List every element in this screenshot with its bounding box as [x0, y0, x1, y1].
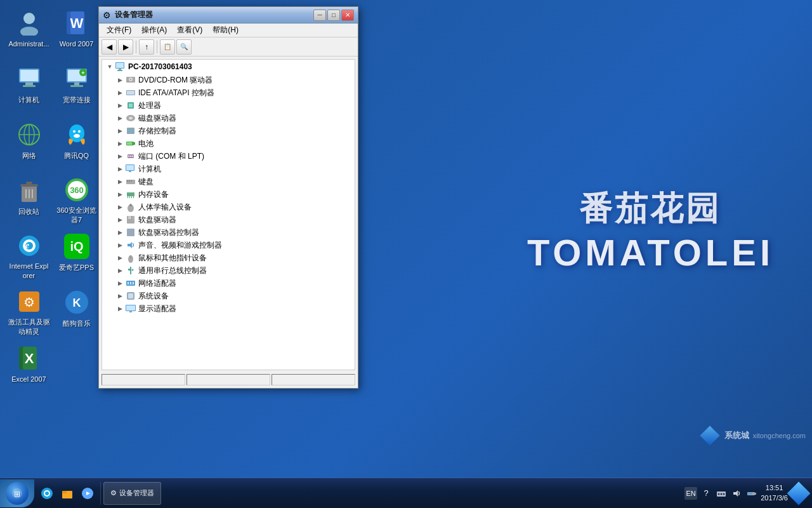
- disk-icon: [125, 112, 136, 124]
- toolbar-scan[interactable]: 🔍: [176, 39, 192, 55]
- broadband-label: 宽带连接: [63, 95, 91, 104]
- battery-expander[interactable]: ▶: [115, 137, 125, 150]
- tree-item-cpu[interactable]: ▶ 处理器: [102, 99, 355, 112]
- hid-expander[interactable]: ▶: [115, 201, 125, 213]
- desktop-icon-tools[interactable]: ⚙ 激活工具及驱动精灵: [5, 284, 53, 338]
- usb-expander[interactable]: ▶: [115, 264, 125, 277]
- toolbar-up[interactable]: ↑: [139, 39, 154, 55]
- tree-item-hid[interactable]: ▶ 人体学输入设备: [102, 201, 355, 213]
- tray-help[interactable]: ?: [700, 487, 712, 500]
- tree-item-disk[interactable]: ▶ 磁盘驱动器: [102, 112, 355, 124]
- taskbar-window-btn[interactable]: ⚙ 设备管理器: [103, 482, 161, 505]
- desktop-icon-excel[interactable]: X Excel 2007: [5, 340, 53, 394]
- svg-text:⊞: ⊞: [14, 490, 20, 498]
- desktop-icon-broadband[interactable]: + 宽带连接: [53, 61, 100, 115]
- memory-label: 内存设备: [138, 189, 169, 200]
- maximize-button[interactable]: □: [327, 10, 340, 21]
- desktop-icon-recycle[interactable]: 回收站: [5, 173, 53, 227]
- window-controls: ─ □ ✕: [313, 10, 354, 21]
- menu-view[interactable]: 查看(V): [172, 23, 207, 37]
- tree-item-usb[interactable]: ▶ 通用串行总线控制器: [102, 264, 355, 277]
- system-label: 系统设备: [138, 291, 169, 302]
- taskbar-clock[interactable]: 13:51 2017/3/6: [761, 483, 788, 503]
- tree-item-computer[interactable]: ▶ 计算机: [102, 163, 355, 175]
- storage-expander[interactable]: ▶: [115, 124, 125, 137]
- mouse-expander[interactable]: ▶: [115, 251, 125, 264]
- computer-expander[interactable]: ▶: [115, 163, 125, 175]
- disk-expander[interactable]: ▶: [115, 112, 125, 124]
- tree-item-mouse[interactable]: ▶ 鼠标和其他指针设备: [102, 251, 355, 264]
- tree-item-keyboard[interactable]: ▶ 键盘: [102, 175, 355, 188]
- tree-item-ide[interactable]: ▶ IDE ATA/ATAPI 控制器: [102, 86, 355, 99]
- tree-item-sound[interactable]: ▶ 声音、视频和游戏控制器: [102, 239, 355, 251]
- display-expander[interactable]: ▶: [115, 302, 125, 315]
- floppy-ctrl-icon: [125, 227, 136, 238]
- tray-network[interactable]: [715, 487, 728, 500]
- desktop-icon-computer[interactable]: 计算机: [5, 61, 53, 115]
- svg-rect-46: [116, 63, 124, 68]
- admin-label: Administrat...: [8, 39, 49, 48]
- start-button[interactable]: ⊞: [0, 479, 34, 507]
- desktop-icon-kugou[interactable]: K 酷狗音乐: [53, 284, 100, 338]
- desktop-icon-word[interactable]: W Word 2007: [53, 5, 100, 59]
- tree-item-display[interactable]: ▶ 显示适配器: [102, 302, 355, 315]
- nic-expander[interactable]: ▶: [115, 277, 125, 290]
- dvd-expander[interactable]: ▶: [115, 74, 125, 86]
- kugou-icon: K: [63, 288, 91, 316]
- tree-item-nic[interactable]: ▶ 网络适配器: [102, 277, 355, 290]
- port-expander[interactable]: ▶: [115, 150, 125, 163]
- tree-item-system[interactable]: ▶ 系统设备: [102, 290, 355, 302]
- svg-point-20: [73, 130, 75, 133]
- tree-item-storage[interactable]: ▶ 存储控制器: [102, 124, 355, 137]
- floppy-ctrl-expander[interactable]: ▶: [115, 226, 125, 239]
- toolbar-properties[interactable]: 📋: [160, 39, 175, 55]
- tree-item-floppy-ctrl[interactable]: ▶ 软盘驱动器控制器: [102, 226, 355, 239]
- iqiyi-icon: iQ: [63, 232, 91, 260]
- desktop-icon-ie[interactable]: e Internet Explorer: [5, 229, 53, 283]
- sound-expander[interactable]: ▶: [115, 239, 125, 251]
- svg-rect-92: [130, 282, 131, 284]
- ide-expander[interactable]: ▶: [115, 86, 125, 99]
- keyboard-label: 键盘: [138, 177, 154, 187]
- desktop-icon-admin[interactable]: Administrat...: [5, 5, 53, 59]
- menu-file[interactable]: 文件(F): [102, 23, 136, 37]
- toolbar-back[interactable]: ◀: [102, 39, 117, 55]
- keyboard-expander[interactable]: ▶: [115, 175, 125, 188]
- device-tree[interactable]: ▼ PC-201703061403 ▶ DVD/CD-ROM 驱动器: [102, 59, 355, 370]
- close-button[interactable]: ✕: [341, 10, 354, 21]
- tray-en[interactable]: EN: [684, 487, 697, 500]
- desktop-icon-network[interactable]: 网络: [5, 117, 53, 171]
- computer-label: 计算机: [18, 95, 39, 104]
- tree-item-floppy[interactable]: ▶ 软盘驱动器: [102, 213, 355, 226]
- menu-action[interactable]: 操作(A): [136, 23, 172, 37]
- root-expander[interactable]: ▼: [105, 60, 115, 73]
- quicklaunch-ie[interactable]: [37, 483, 57, 504]
- menu-help[interactable]: 帮助(H): [207, 23, 244, 37]
- cpu-expander[interactable]: ▶: [115, 99, 125, 112]
- quicklaunch-mediaplayer[interactable]: [77, 483, 98, 504]
- ie-label: Internet Explorer: [8, 262, 50, 280]
- tree-item-port[interactable]: ▶ 端口 (COM 和 LPT): [102, 150, 355, 163]
- toolbar-forward[interactable]: ▶: [118, 39, 133, 55]
- corner-show-desktop[interactable]: [787, 481, 811, 505]
- floppy-expander[interactable]: ▶: [115, 213, 125, 226]
- nic-icon: [125, 277, 136, 289]
- memory-expander[interactable]: ▶: [115, 188, 125, 201]
- tray-sound[interactable]: [730, 487, 743, 500]
- tray-power[interactable]: [745, 487, 758, 500]
- svg-rect-98: [129, 311, 132, 312]
- tree-root-computer[interactable]: ▼ PC-201703061403: [102, 60, 355, 74]
- system-expander[interactable]: ▶: [115, 290, 125, 302]
- desktop-icon-iqiyi[interactable]: iQ 爱奇艺PPS: [53, 229, 100, 283]
- tree-item-dvd[interactable]: ▶ DVD/CD-ROM 驱动器: [102, 74, 355, 86]
- tree-item-memory[interactable]: ▶ 内存设备: [102, 188, 355, 201]
- svg-rect-58: [127, 128, 134, 134]
- tree-item-battery[interactable]: ▶ 电池: [102, 137, 355, 150]
- minimize-button[interactable]: ─: [313, 10, 326, 21]
- svg-rect-91: [128, 282, 129, 284]
- desktop-icon-qq[interactable]: 腾讯QQ: [53, 117, 100, 171]
- svg-rect-95: [128, 293, 133, 298]
- quicklaunch-explorer[interactable]: [57, 483, 77, 504]
- svg-point-57: [129, 117, 133, 119]
- desktop-icon-360[interactable]: 360 360安全浏览器7: [53, 173, 100, 227]
